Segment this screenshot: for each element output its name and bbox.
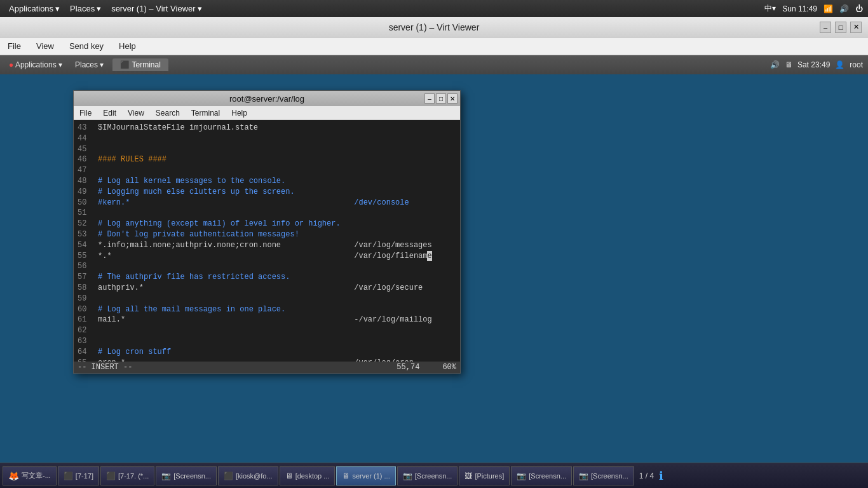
host-power-icon[interactable]: ⏻ — [855, 4, 863, 13]
terminal-menubar: File Edit View Search Terminal Help — [74, 106, 460, 120]
host-taskbar-btn-2[interactable]: ⬛ [7-17. (*... — [100, 466, 154, 485]
host-taskbar-icon-4: ⬛ — [224, 471, 233, 480]
terminal-line: 45 — [78, 144, 456, 155]
host-places-label: Places — [70, 4, 95, 13]
terminal-line: 48# Log all kernel messages to the conso… — [78, 176, 456, 187]
terminal-line: 43$IMJournalStateFile imjournal.state — [78, 123, 456, 133]
host-taskbar-label-4: [kiosk@fo... — [236, 472, 273, 480]
terminal-line: 62 — [78, 325, 456, 336]
guest-desktop: ● Applications ▾ Places ▾ ⬛ Terminal 🔊 🖥… — [0, 55, 868, 488]
vv-menu-view[interactable]: View — [34, 40, 57, 52]
terminal-line: 59 — [78, 294, 456, 304]
terminal-line: 58authpriv.* /var/log/secure — [78, 283, 456, 294]
terminal-line: 57# The authpriv file has restricted acc… — [78, 272, 456, 283]
guest-app-arrow: ▾ — [58, 60, 62, 69]
terminal-line: 56 — [78, 261, 456, 272]
terminal-line: 63 — [78, 336, 456, 347]
terminal-line: 54*.info;mail.none;authpriv.none;cron.no… — [78, 240, 456, 251]
host-app-label: Applications — [9, 4, 53, 13]
host-taskbar-icon-2: ⬛ — [106, 471, 116, 480]
terminal-line: 49# Logging much else clutters up the sc… — [78, 187, 456, 198]
host-taskbar-label-8: [Pictures] — [475, 472, 504, 480]
host-taskbar-btn-0[interactable]: 🦊 写文章-... — [3, 466, 57, 485]
host-taskbar-btn-8[interactable]: 🖼 [Pictures] — [459, 466, 510, 485]
host-taskbar-icon-10: 📷 — [579, 471, 588, 480]
host-topbar: Applications ▾ Places ▾ server (1) – Vir… — [0, 0, 868, 17]
host-taskbar-pagination: 1 / 4 — [635, 471, 658, 480]
host-taskbar-label-9: [Screensn... — [529, 472, 566, 480]
guest-time: Sat 23:49 — [797, 60, 830, 69]
guest-panel: ● Applications ▾ Places ▾ ⬛ Terminal 🔊 🖥… — [0, 55, 868, 74]
guest-app-icon: ● — [9, 60, 13, 69]
terminal-menu-edit[interactable]: Edit — [101, 108, 118, 118]
terminal-menu-terminal[interactable]: Terminal — [189, 108, 222, 118]
host-taskbar-icon-9: 📷 — [517, 471, 526, 480]
terminal-line: 47 — [78, 165, 456, 176]
vv-menu-file[interactable]: File — [5, 40, 24, 52]
host-taskbar-label-7: [Screensn... — [415, 472, 452, 480]
terminal-content[interactable]: 43$IMJournalStateFile imjournal.state444… — [74, 120, 460, 362]
host-taskbar-icon-8: 🖼 — [465, 471, 472, 480]
terminal-line: 65cron.* /var/log/cron — [78, 358, 456, 362]
guest-user-label: root — [850, 60, 863, 69]
guest-screen-icon: 🖥 — [785, 60, 792, 69]
host-time: Sun 11:49 — [782, 4, 817, 13]
terminal-line: 60# Log all the mail messages in one pla… — [78, 304, 456, 315]
host-applications-menu[interactable]: Applications ▾ — [5, 3, 64, 15]
host-taskbar-btn-1[interactable]: ⬛ [7-17] — [58, 466, 99, 485]
host-taskbar-icon-7: 📷 — [403, 471, 412, 480]
host-app-arrow: ▾ — [55, 4, 60, 13]
terminal-tab-icon: ⬛ — [120, 60, 130, 69]
guest-user-icon: 👤 — [835, 60, 844, 69]
terminal-mode: -- INSERT -- — [78, 363, 132, 372]
host-taskbar-btn-9[interactable]: 📷 [Screensn... — [511, 466, 572, 485]
guest-places-arrow: ▾ — [100, 60, 104, 69]
terminal-line: 53# Don't log private authentication mes… — [78, 229, 456, 240]
host-taskbar-label-1: [7-17] — [76, 472, 93, 480]
guest-terminal-tab[interactable]: ⬛ Terminal — [112, 58, 168, 71]
host-places-menu[interactable]: Places ▾ — [66, 3, 105, 15]
host-places-arrow: ▾ — [97, 4, 101, 13]
terminal-menu-help[interactable]: Help — [229, 108, 249, 118]
terminal-tab-label: Terminal — [132, 60, 160, 69]
terminal-line: 44 — [78, 133, 456, 144]
terminal-line: 46#### RULES #### — [78, 154, 456, 165]
vv-menu-help[interactable]: Help — [116, 40, 139, 52]
terminal-menu-view[interactable]: View — [126, 108, 146, 118]
guest-places-menu[interactable]: Places ▾ — [71, 59, 107, 71]
terminal-minimize[interactable]: – — [424, 93, 435, 104]
terminal-menu-file[interactable]: File — [78, 108, 93, 118]
virt-viewer-close[interactable]: ✕ — [850, 22, 862, 33]
host-taskbar: 🦊 写文章-... ⬛ [7-17] ⬛ [7-17. (*... 📷 [Scr… — [0, 463, 868, 488]
host-taskbar-label-10: [Screensn... — [591, 472, 628, 480]
terminal-maximize[interactable]: □ — [436, 93, 446, 104]
virt-viewer-minimize[interactable]: – — [820, 22, 831, 33]
host-taskbar-btn-3[interactable]: 📷 [Screensn... — [156, 466, 217, 485]
host-taskbar-label-2: [7-17. (*... — [118, 472, 149, 480]
host-ime-indicator: 中▾ — [764, 3, 776, 14]
host-taskbar-btn-7[interactable]: 📷 [Screensn... — [397, 466, 458, 485]
guest-panel-left: ● Applications ▾ Places ▾ ⬛ Terminal — [5, 58, 168, 71]
guest-applications-menu[interactable]: ● Applications ▾ — [5, 59, 66, 71]
host-taskbar-btn-10[interactable]: 📷 [Screensn... — [573, 466, 634, 485]
virt-viewer-titlebar: server (1) – Virt Viewer – □ ✕ — [0, 17, 868, 37]
terminal-line: 52# Log anything (except mail) of level … — [78, 219, 456, 229]
host-taskbar-btn-6[interactable]: 🖥 server (1) ... — [336, 466, 395, 485]
virt-viewer-menubar: File View Send key Help — [0, 37, 868, 55]
host-taskbar-btn-4[interactable]: ⬛ [kiosk@fo... — [218, 466, 278, 485]
host-taskbar-label-6: server (1) ... — [352, 472, 390, 480]
vv-menu-sendkey[interactable]: Send key — [67, 40, 106, 52]
host-volume-icon: 🔊 — [839, 4, 849, 13]
terminal-line: 64# Log cron stuff — [78, 347, 456, 358]
guest-volume-icon: 🔊 — [770, 60, 780, 69]
firefox-icon: 🦊 — [8, 471, 19, 481]
terminal-menu-search[interactable]: Search — [154, 108, 182, 118]
guest-places-label: Places — [75, 60, 98, 69]
host-taskbar-icon-1: ⬛ — [64, 471, 73, 480]
terminal-line: 55*.* /var/log/filename — [78, 251, 456, 262]
host-window-title-btn[interactable]: server (1) – Virt Viewer ▾ — [107, 3, 205, 15]
host-taskbar-label-5: [desktop ... — [295, 472, 330, 480]
terminal-close[interactable]: ✕ — [447, 93, 458, 104]
host-taskbar-btn-5[interactable]: 🖥 [desktop ... — [280, 466, 336, 485]
virt-viewer-maximize[interactable]: □ — [835, 22, 846, 33]
